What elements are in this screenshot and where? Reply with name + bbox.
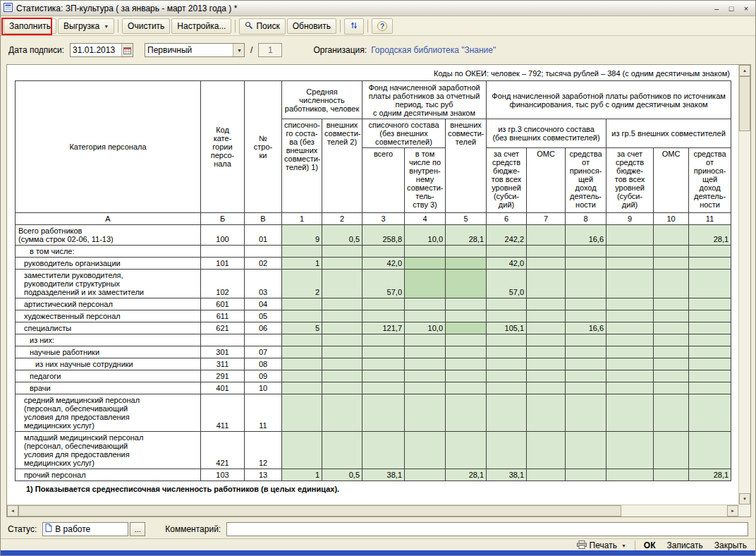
value-cell[interactable] [527,246,566,258]
value-cell[interactable] [654,358,689,370]
category-cell[interactable]: средний медицинский персонал (персонал, … [16,394,201,432]
value-cell[interactable] [282,310,322,322]
value-cell[interactable] [362,370,405,382]
value-cell[interactable] [654,298,689,310]
value-cell[interactable] [654,270,689,298]
value-cell[interactable] [606,370,654,382]
value-cell[interactable]: 10,0 [405,322,446,334]
value-cell[interactable] [527,270,566,298]
value-cell[interactable] [282,394,322,432]
value-cell[interactable] [362,310,405,322]
status-more-button[interactable]: ... [130,522,145,536]
value-cell[interactable]: 10,0 [405,225,446,246]
value-cell[interactable] [527,394,566,432]
chevron-down-icon[interactable]: ▼ [233,44,244,56]
value-cell[interactable] [405,346,446,358]
value-cell[interactable] [282,382,322,394]
value-cell[interactable] [606,246,654,258]
code-cell[interactable]: 621 [201,322,245,334]
category-cell[interactable]: специалисты [16,322,201,334]
value-cell[interactable] [566,358,606,370]
value-cell[interactable] [689,310,731,322]
code-cell[interactable] [201,334,245,346]
close-form-button[interactable]: Закрыть [712,540,750,550]
line-cell[interactable]: 07 [245,346,282,358]
value-cell[interactable] [566,258,606,270]
value-cell[interactable] [446,394,487,432]
value-cell[interactable]: 121,7 [362,322,405,334]
value-cell[interactable]: 1 [282,469,322,481]
value-cell[interactable]: 57,0 [362,270,405,298]
value-cell[interactable]: 0,5 [322,469,362,481]
value-cell[interactable]: 9 [282,225,322,246]
value-cell[interactable]: 57,0 [487,270,527,298]
value-cell[interactable] [527,310,566,322]
value-cell[interactable] [689,394,731,432]
value-cell[interactable] [405,334,446,346]
value-cell[interactable] [527,432,566,469]
line-cell[interactable]: 13 [245,469,282,481]
line-cell[interactable]: 11 [245,394,282,432]
value-cell[interactable] [282,346,322,358]
value-cell[interactable] [322,298,362,310]
code-cell[interactable]: 103 [201,469,245,481]
value-cell[interactable] [689,258,731,270]
category-cell[interactable]: педагоги [16,370,201,382]
line-cell[interactable]: 04 [245,298,282,310]
value-cell[interactable] [487,334,527,346]
value-cell[interactable] [487,246,527,258]
code-cell[interactable]: 601 [201,298,245,310]
updown-arrows-button[interactable] [344,18,364,35]
value-cell[interactable] [689,346,731,358]
export-button[interactable]: Выгрузка▼ [58,18,114,34]
value-cell[interactable] [362,298,405,310]
value-cell[interactable] [446,298,487,310]
value-cell[interactable] [654,432,689,469]
value-cell[interactable] [689,382,731,394]
value-cell[interactable] [606,432,654,469]
value-cell[interactable] [527,225,566,246]
save-button[interactable]: Записать [664,540,706,550]
help-button[interactable]: ? [372,18,393,34]
category-cell[interactable]: в том числе: [16,246,201,258]
value-cell[interactable] [654,370,689,382]
value-cell[interactable] [689,358,731,370]
value-cell[interactable] [487,382,527,394]
calendar-icon[interactable] [121,44,133,56]
line-cell[interactable]: 12 [245,432,282,469]
value-cell[interactable] [322,358,362,370]
value-cell[interactable] [527,346,566,358]
value-cell[interactable] [282,246,322,258]
horizontal-scroll-thumb[interactable] [18,505,621,516]
value-cell[interactable] [566,246,606,258]
value-cell[interactable] [362,394,405,432]
close-button[interactable]: × [740,3,752,14]
status-field[interactable]: В работе [42,522,128,536]
value-cell[interactable] [689,270,731,298]
value-cell[interactable] [487,394,527,432]
value-cell[interactable]: 28,1 [446,469,487,481]
value-cell[interactable] [606,382,654,394]
value-cell[interactable] [606,258,654,270]
value-cell[interactable] [606,225,654,246]
category-cell[interactable]: младший медицинский персонал (персонал, … [16,432,201,469]
value-cell[interactable] [654,258,689,270]
value-cell[interactable] [446,270,487,298]
value-cell[interactable] [446,370,487,382]
value-cell[interactable] [606,270,654,298]
value-cell[interactable]: 1 [282,258,322,270]
value-cell[interactable] [487,370,527,382]
line-cell[interactable]: 09 [245,370,282,382]
value-cell[interactable] [322,432,362,469]
value-cell[interactable] [487,358,527,370]
code-cell[interactable]: 100 [201,225,245,246]
value-cell[interactable] [566,432,606,469]
vertical-scroll-thumb[interactable] [739,76,750,131]
value-cell[interactable] [446,258,487,270]
value-cell[interactable] [527,370,566,382]
value-cell[interactable]: 16,6 [566,225,606,246]
value-cell[interactable] [606,346,654,358]
value-cell[interactable] [362,334,405,346]
refresh-button[interactable]: Обновить [287,18,336,34]
value-cell[interactable] [566,382,606,394]
